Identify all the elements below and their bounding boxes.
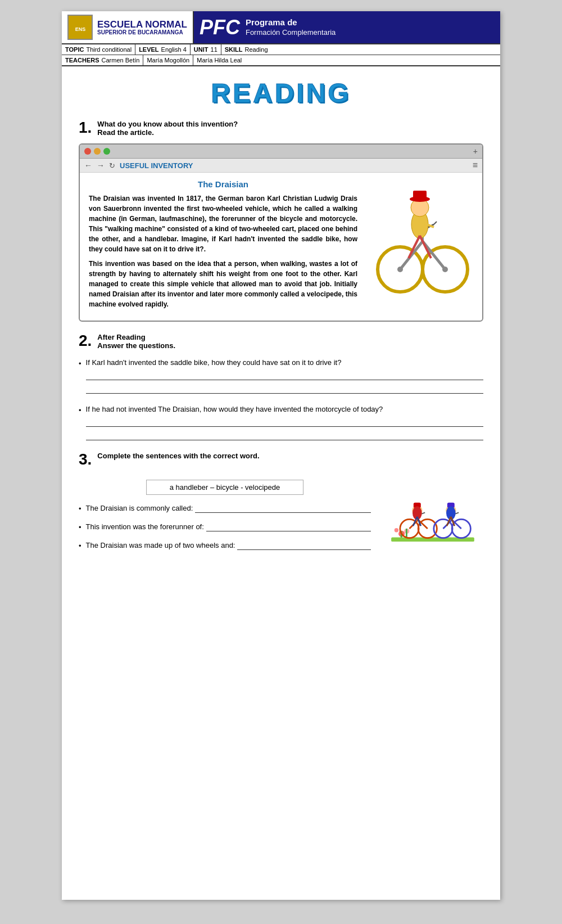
section3: 3. Complete the sentences with the corre… — [79, 452, 483, 559]
s3-item3: • The Draisian was made up of two wheels… — [79, 540, 371, 550]
section3-text: Complete the sentences with the correct … — [97, 452, 259, 460]
s3-bullet2: • — [79, 523, 81, 531]
school-line2: SUPERIOR DE BUCARAMANGA — [97, 29, 187, 35]
unit-cell: UNIT 11 — [191, 44, 221, 55]
s3-bullet3: • — [79, 542, 81, 550]
questions-area: • If Karl hadn't invented the saddle bik… — [79, 358, 483, 440]
q2-text1: If Karl hadn't invented the saddle bike,… — [86, 358, 342, 367]
dot-red — [84, 148, 91, 155]
unit-value: 11 — [211, 46, 217, 53]
pfc-text: Programa de Formación Complementaria — [246, 17, 336, 37]
teachers-row: Teachers Carmen Betín María Mogollón Mar… — [62, 55, 500, 66]
school-line1: ESCUELA NORMAL — [97, 20, 187, 29]
skill-value: Reading — [245, 46, 268, 53]
teacher2-cell: María Mogollón — [143, 55, 193, 65]
teacher1: Carmen Betín — [102, 57, 140, 64]
section3-left: a handleber – bicycle - velocipede • The… — [79, 474, 371, 559]
kids-illustration — [388, 474, 478, 542]
topic-label: TOPIC — [65, 46, 84, 53]
s3-text1: The Draisian is commonly called: — [86, 504, 193, 512]
s3-text3: The Draisian was made up of two wheels a… — [86, 541, 235, 549]
word-box-container: a handleber – bicycle - velocipede — [79, 480, 371, 495]
plus-icon: + — [473, 147, 478, 156]
s3-line2[interactable] — [206, 522, 371, 531]
s3-line1[interactable] — [195, 504, 371, 513]
article-title: The Draisian — [89, 179, 357, 189]
draisian-illustration — [369, 185, 470, 298]
level-label: LEVEL — [139, 46, 158, 53]
section3-questions: • The Draisian is commonly called: • Thi… — [79, 503, 371, 550]
browser-content: The Draisian The Draisian was invented I… — [80, 173, 482, 321]
url-bar[interactable]: USEFUL INVENTORY — [120, 161, 193, 170]
menu-icon[interactable]: ≡ — [473, 160, 478, 170]
word-box: a handleber – bicycle - velocipede — [146, 480, 303, 495]
teacher2: María Mogollón — [147, 57, 189, 64]
pfc-letters: PFC — [200, 16, 240, 39]
browser-titlebar: + — [80, 145, 482, 159]
section1-question: What do you know about this invention? — [97, 120, 238, 128]
article-para2: This invention was based on the idea tha… — [89, 259, 357, 309]
answer-line1a[interactable] — [86, 370, 483, 380]
reading-title-section: READING — [79, 78, 483, 109]
section2-text: After Reading Answer the questions. — [97, 333, 175, 350]
header: ENS ESCUELA NORMAL SUPERIOR DE BUCARAMAN… — [62, 11, 500, 44]
q2-text2: If he had not invented The Draisian, how… — [86, 405, 383, 413]
q2-item1: • If Karl hadn't invented the saddle bik… — [79, 358, 483, 394]
refresh-icon[interactable]: ↻ — [109, 161, 115, 170]
s3-line3[interactable] — [237, 541, 371, 550]
section1-text: What do you know about this invention? R… — [97, 120, 238, 137]
browser-image — [366, 179, 473, 314]
svg-rect-14 — [413, 191, 427, 199]
bullet2: • — [79, 406, 81, 414]
svg-point-20 — [395, 528, 398, 532]
pfc-formacion: Formación Complementaria — [246, 28, 336, 38]
answer-line1b[interactable] — [86, 384, 483, 394]
browser-navbar: ← → ↻ USEFUL INVENTORY ≡ — [80, 159, 482, 173]
s3-text2: This invention was the forerunner of: — [86, 522, 204, 531]
article-body: The Draisian was invented In 1817, the G… — [89, 193, 357, 309]
pfc-section: PFC Programa de Formación Complementaria — [194, 11, 500, 43]
section2-number: 2. — [79, 333, 92, 349]
forward-icon[interactable]: → — [97, 161, 105, 170]
q2-item2: • If he had not invented The Draisian, h… — [79, 405, 483, 440]
section3-header: 3. Complete the sentences with the corre… — [79, 452, 483, 467]
s3-item1: • The Draisian is commonly called: — [79, 503, 371, 513]
level-cell: LEVEL English 4 — [135, 44, 191, 55]
level-value: English 4 — [161, 46, 187, 53]
section1-number: 1. — [79, 120, 92, 136]
q2-content1: If Karl hadn't invented the saddle bike,… — [86, 358, 483, 394]
school-logo: ENS — [67, 15, 93, 40]
unit-label: UNIT — [194, 46, 209, 53]
logo-section: ENS ESCUELA NORMAL SUPERIOR DE BUCARAMAN… — [62, 11, 194, 43]
topic-cell: TOPIC Third conditional — [62, 44, 135, 55]
content: READING 1. What do you know about this i… — [62, 66, 500, 570]
svg-line-10 — [434, 222, 437, 224]
page: ENS ESCUELA NORMAL SUPERIOR DE BUCARAMAN… — [62, 11, 500, 900]
skill-label: SKILL — [225, 46, 243, 53]
skill-cell: SKILL Reading — [221, 44, 271, 55]
answer-line2b[interactable] — [86, 430, 483, 440]
q2-content2: If he had not invented The Draisian, how… — [86, 405, 483, 440]
s3-item2: • This invention was the forerunner of: — [79, 522, 371, 531]
school-name: ESCUELA NORMAL SUPERIOR DE BUCARAMANGA — [97, 20, 187, 35]
bullet1: • — [79, 359, 81, 368]
section2-label: After Reading — [97, 333, 175, 341]
pfc-programa: Programa de — [246, 17, 336, 28]
section2-sublabel: Answer the questions. — [97, 341, 175, 350]
teacher3: María Hilda Leal — [197, 57, 242, 64]
answer-line2a[interactable] — [86, 417, 483, 427]
section1-subtext: Read the article. — [97, 128, 238, 137]
teachers-label-cell: Teachers Carmen Betín — [62, 55, 143, 65]
article-para1: The Draisian was invented In 1817, the G… — [89, 193, 357, 254]
teacher3-cell: María Hilda Leal — [193, 55, 245, 65]
section2: 2. After Reading Answer the questions. — [79, 333, 483, 350]
back-icon[interactable]: ← — [84, 161, 92, 170]
svg-text:ENS: ENS — [75, 26, 85, 32]
section3-right — [382, 474, 483, 559]
section3-number: 3. — [79, 452, 92, 467]
dot-yellow — [94, 148, 101, 155]
section1: 1. What do you know about this invention… — [79, 120, 483, 137]
dot-green — [103, 148, 110, 155]
svg-line-17 — [420, 236, 431, 258]
topic-value: Third conditional — [86, 46, 132, 53]
